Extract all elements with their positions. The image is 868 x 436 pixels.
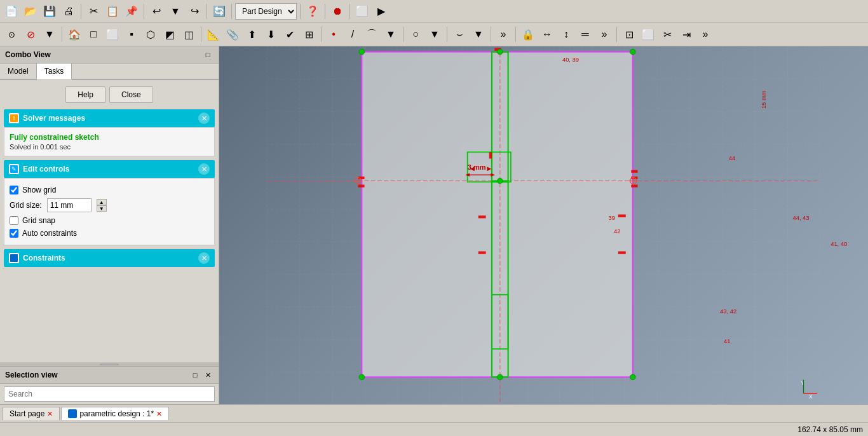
sketch-export-btn[interactable]: ⬆ xyxy=(243,25,261,43)
svg-text:3 mm: 3 mm xyxy=(468,163,486,171)
solver-messages-header[interactable]: ! Solver messages ✕ xyxy=(4,109,215,127)
svg-rect-55 xyxy=(618,251,626,254)
show-grid-row: Show grid xyxy=(10,184,209,196)
tab-parametric-design-label: parametric design : 1* xyxy=(79,409,154,418)
cut-btn[interactable]: ✂ xyxy=(85,3,102,20)
view-perspective-btn[interactable]: ⬡ xyxy=(142,25,159,43)
sketch-merge-btn[interactable]: ⊞ xyxy=(300,25,318,43)
circle-btn[interactable]: ○ xyxy=(407,25,424,43)
print-btn[interactable]: 🖨 xyxy=(60,3,78,20)
new-file-btn[interactable]: 📄 xyxy=(3,3,20,20)
solver-icon: ! xyxy=(9,113,19,123)
point-btn[interactable]: • xyxy=(325,25,342,43)
constraints-icon xyxy=(9,253,19,263)
arc-btn[interactable]: ⌒ xyxy=(363,25,381,43)
sep13 xyxy=(491,27,491,42)
view-home-btn[interactable]: 🏠 xyxy=(65,25,83,43)
edit-collapse-btn[interactable]: ✕ xyxy=(198,163,210,175)
refresh-btn[interactable]: 🔄 xyxy=(210,3,228,20)
svg-text:40, 39: 40, 39 xyxy=(562,57,579,63)
zoom-fit-btn[interactable]: ⊙ xyxy=(3,25,20,43)
record-btn[interactable]: ⏺ xyxy=(329,3,346,20)
horz-btn[interactable]: ↔ xyxy=(538,25,556,43)
solver-collapse-btn[interactable]: ✕ xyxy=(198,112,210,124)
sep14 xyxy=(515,27,516,42)
circle-arrow-btn[interactable]: ▼ xyxy=(426,25,444,43)
solver-header-left: ! Solver messages xyxy=(9,113,85,123)
help-btn[interactable]: ❓ xyxy=(304,3,322,20)
grid-size-up-btn[interactable]: ▲ xyxy=(97,199,107,205)
auto-constraints-checkbox[interactable] xyxy=(10,229,18,238)
combo-view-collapse-btn[interactable]: □ xyxy=(202,49,214,60)
sketch-btn1[interactable]: ⬜ xyxy=(353,3,371,20)
edit-controls-content: Show grid Grid size: ▲ ▼ Grid xyxy=(4,178,215,245)
tab-model[interactable]: Model xyxy=(0,64,37,79)
sketch-import-btn[interactable]: ⬇ xyxy=(262,25,280,43)
copy-btn[interactable]: 📋 xyxy=(104,3,121,20)
show-grid-checkbox[interactable] xyxy=(10,186,18,194)
svg-rect-19 xyxy=(489,152,492,158)
svg-rect-4 xyxy=(10,254,18,262)
play-btn[interactable]: ▶ xyxy=(372,3,390,20)
search-bar xyxy=(0,384,219,404)
more-btn[interactable]: » xyxy=(494,25,512,43)
constraints-header[interactable]: Constraints ✕ xyxy=(4,249,215,267)
save-btn[interactable]: 💾 xyxy=(41,3,58,20)
lock-btn[interactable]: 🔒 xyxy=(519,25,537,43)
external-edge-btn[interactable]: ⊡ xyxy=(620,25,638,43)
sketch-attach2-btn[interactable]: 📎 xyxy=(224,25,241,43)
view-back-btn[interactable]: ◩ xyxy=(161,25,179,43)
view-front-btn[interactable]: □ xyxy=(85,25,102,43)
arc-arrow-btn[interactable]: ▼ xyxy=(382,25,400,43)
tab-tasks[interactable]: Tasks xyxy=(37,64,72,80)
tab-start-page-close-btn[interactable]: ✕ xyxy=(47,410,53,418)
vert-btn[interactable]: ↕ xyxy=(557,25,575,43)
no-draw-arrow[interactable]: ▼ xyxy=(41,25,58,43)
no-draw-btn[interactable]: ⊘ xyxy=(22,25,39,43)
view-top-btn[interactable]: ⬜ xyxy=(104,25,121,43)
line-btn[interactable]: / xyxy=(344,25,362,43)
grid-snap-checkbox[interactable] xyxy=(10,216,18,225)
trim-btn[interactable]: ✂ xyxy=(658,25,676,43)
tab-start-page[interactable]: Start page ✕ xyxy=(3,407,60,420)
resize-dot xyxy=(100,364,119,365)
tab-parametric-design[interactable]: parametric design : 1* ✕ xyxy=(61,407,169,420)
help-panel-btn[interactable]: Help xyxy=(65,86,105,103)
viewport[interactable]: 40, 39 15 mm 44 3 mm 39 42 44, 43 41, 40… xyxy=(219,46,868,404)
search-input[interactable] xyxy=(4,386,215,402)
extend-btn[interactable]: ⇥ xyxy=(677,25,695,43)
grid-size-spinner: ▲ ▼ xyxy=(97,199,107,212)
sep9 xyxy=(201,27,201,42)
more3-btn[interactable]: » xyxy=(696,25,714,43)
more2-btn[interactable]: » xyxy=(595,25,613,43)
sketch-attach-btn[interactable]: 📐 xyxy=(205,25,222,43)
equal-btn[interactable]: ═ xyxy=(576,25,594,43)
selection-view-header: Selection view □ ✕ xyxy=(0,367,219,384)
svg-text:15 mm: 15 mm xyxy=(761,90,767,109)
sketch-validate-btn[interactable]: ✔ xyxy=(281,25,299,43)
tab-parametric-design-close-btn[interactable]: ✕ xyxy=(156,410,162,418)
workbench-select[interactable]: Part Design xyxy=(235,3,297,20)
fillet-arrow-btn[interactable]: ▼ xyxy=(470,25,487,43)
undo-arrow-btn[interactable]: ▼ xyxy=(166,3,184,20)
view-bottom-btn[interactable]: ◫ xyxy=(180,25,198,43)
edit-controls-header[interactable]: ✎ Edit controls ✕ xyxy=(4,160,215,178)
constraints-collapse-btn[interactable]: ✕ xyxy=(198,252,210,264)
view-right-btn[interactable]: ▪ xyxy=(123,25,140,43)
close-panel-btn[interactable]: Close xyxy=(109,86,153,103)
sep10 xyxy=(321,27,322,42)
grid-size-input[interactable] xyxy=(47,198,92,212)
grid-size-down-btn[interactable]: ▼ xyxy=(97,205,107,212)
svg-text:42: 42 xyxy=(614,228,620,235)
paste-btn[interactable]: 📌 xyxy=(123,3,140,20)
selection-view-float-btn[interactable]: □ xyxy=(189,369,201,381)
rect-btn[interactable]: ⬜ xyxy=(639,25,657,43)
fillet-btn[interactable]: ⌣ xyxy=(451,25,468,43)
open-file-btn[interactable]: 📂 xyxy=(22,3,39,20)
selection-view-close-btn[interactable]: ✕ xyxy=(202,369,214,381)
selection-view: Selection view □ ✕ xyxy=(0,366,219,404)
redo-btn[interactable]: ↪ xyxy=(186,3,203,20)
sketch-canvas: 40, 39 15 mm 44 3 mm 39 42 44, 43 41, 40… xyxy=(219,46,868,404)
undo-btn[interactable]: ↩ xyxy=(147,3,165,20)
constraints-title: Constraints xyxy=(23,254,65,262)
